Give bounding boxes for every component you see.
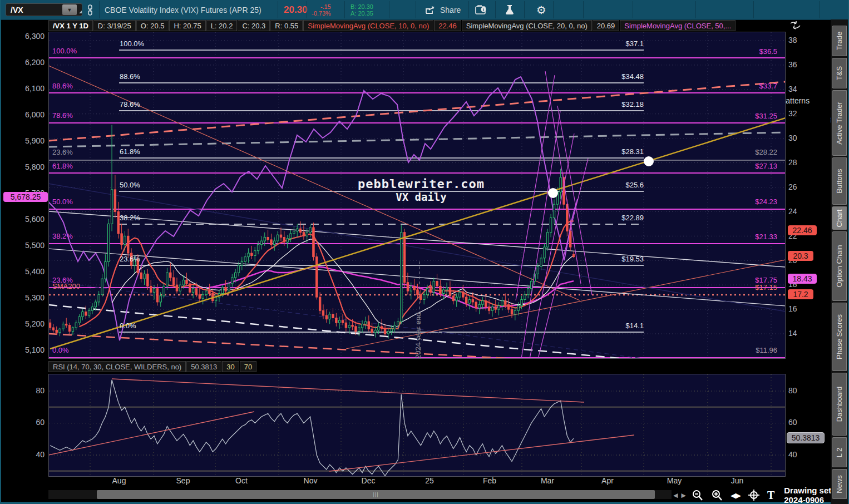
left-axis-label: 5,100 xyxy=(1,345,45,354)
reset-zoom-icon[interactable] xyxy=(789,21,802,33)
share-icon xyxy=(425,6,436,14)
right-axis-label: 24 xyxy=(788,207,797,216)
right-axis-label: 16 xyxy=(788,304,797,313)
sidebar-tab-active-trader[interactable]: Active Trader xyxy=(832,90,847,156)
sidebar-tab-phase-scores[interactable]: Phase Scores xyxy=(832,303,847,371)
watermark: pebblewriter.com VX daily xyxy=(313,177,530,203)
price-bubble: 22.46 xyxy=(788,225,817,235)
sidebar-tab-buttons[interactable]: Buttons xyxy=(832,157,847,205)
right-axis-label: 14 xyxy=(788,329,797,338)
left-axis-label: 5,800 xyxy=(1,162,45,171)
settings-gear-icon[interactable]: ⚙ xyxy=(536,0,546,19)
chart-symbol-timeframe: /VX 1 Y 1D xyxy=(48,20,93,31)
right-axis-label: 18 xyxy=(788,280,797,289)
symbol-dropdown[interactable]: /VX ▼ xyxy=(6,3,82,16)
top-toolbar: /VX ▼ CBOE Volatility Index (VIX) Future… xyxy=(1,0,848,20)
sidebar-tab-l-2[interactable]: L 2 xyxy=(832,437,847,467)
last-price: 20.30 xyxy=(284,0,308,19)
right-axis-label: 28 xyxy=(788,158,797,167)
watermark-chart-name: VX daily xyxy=(313,191,530,203)
right-axis-label: 26 xyxy=(788,182,797,191)
month-label: Feb xyxy=(473,476,506,485)
quote-info-icon[interactable]: i xyxy=(475,0,487,19)
sidebar-tab-trade[interactable]: Trade xyxy=(832,26,847,56)
month-label: Aug xyxy=(102,476,136,485)
month-label: Oct xyxy=(225,476,258,485)
price-bubble: 5,678.25 xyxy=(3,192,48,202)
ohlc-close: C: 20.3 xyxy=(238,20,270,31)
analyze-flask-icon[interactable] xyxy=(505,0,515,19)
left-axis-label: 5,200 xyxy=(1,319,45,328)
right-axis-label: 40 xyxy=(788,450,797,459)
price-bubble: 17.2 xyxy=(788,289,813,299)
left-axis-label: 5,300 xyxy=(1,293,45,302)
left-axis-label: 5,600 xyxy=(1,215,45,224)
rsi-label[interactable]: RSI (14, 70, 30, CLOSE, WILDERS, no) xyxy=(48,361,186,372)
month-label: Nov xyxy=(294,476,327,485)
price-bubble: 20.3 xyxy=(788,251,813,261)
watermark-site: pebblewriter.com xyxy=(313,177,530,191)
month-label: May xyxy=(658,476,691,485)
scroll-left-icon[interactable]: ◀ xyxy=(673,492,678,499)
left-axis-label: 5,400 xyxy=(1,267,45,276)
rsi-overbought-level: 70 xyxy=(240,361,256,372)
left-axis-label: 6,300 xyxy=(1,32,45,41)
month-label: Sep xyxy=(166,476,200,485)
left-axis-label: 6,200 xyxy=(1,58,45,67)
sma10-value: 22.46 xyxy=(434,20,461,31)
rsi-status-row: RSI (14, 70, 30, CLOSE, WILDERS, no) 50.… xyxy=(48,361,257,372)
left-axis-label: 80 xyxy=(1,386,45,395)
right-axis-label: 60 xyxy=(788,418,797,427)
sma50-label[interactable]: SimpleMovingAvg (CLOSE, 50,... xyxy=(620,20,736,31)
left-axis-label: 6,100 xyxy=(1,84,45,93)
month-label: 25 xyxy=(413,476,446,485)
month-label: Mar xyxy=(531,476,564,485)
right-gadget-sidebar: TradeT&SActive TraderButtonsChartOption … xyxy=(831,19,848,504)
sma20-value: 20.69 xyxy=(593,20,620,31)
window-edge xyxy=(1,502,848,504)
sma10-label[interactable]: SimpleMovingAvg (CLOSE, 10, 0, no) xyxy=(303,20,433,31)
price-bubble: 18.43 xyxy=(788,274,817,284)
right-axis-label: 22 xyxy=(788,231,797,240)
text-note-icon[interactable]: T xyxy=(767,489,774,502)
sma20-label[interactable]: SimpleMovingAvg (CLOSE, 20, 0, no) xyxy=(462,20,592,31)
left-axis-label: 5,900 xyxy=(1,136,45,145)
share-button[interactable]: Share xyxy=(425,0,461,19)
sidebar-tab-t-s[interactable]: T&S xyxy=(832,58,847,88)
right-axis-label: 80 xyxy=(788,386,797,395)
scrollbar-grip: ||| xyxy=(373,492,378,497)
bottom-toolbar: ◀ ▶ ◀▶ T Drawing set: 2024-0906 xyxy=(672,488,848,502)
instrument-title: CBOE Volatility Index (VIX) Futures (APR… xyxy=(105,0,261,19)
zoom-out-icon[interactable] xyxy=(692,490,703,501)
scroll-right-icon[interactable]: ▶ xyxy=(681,492,685,499)
ohlc-low: L: 20.2 xyxy=(206,20,238,31)
scrollbar-thumb[interactable]: ||| xyxy=(97,490,655,499)
left-axis-label: 5,500 xyxy=(1,241,45,250)
right-axis-label: 30 xyxy=(788,134,797,142)
ohlc-date: D: 3/19/25 xyxy=(93,20,136,31)
symbol-text: /VX xyxy=(11,6,23,14)
ohlc-open: O: 20.5 xyxy=(136,20,169,31)
price-bubble: 50.3813 xyxy=(787,432,825,443)
month-label: Dec xyxy=(352,476,385,485)
sidebar-tab-news[interactable]: News xyxy=(832,469,847,499)
svg-text:i: i xyxy=(483,7,484,12)
year-end-annotation: 2024 year end xyxy=(414,313,422,359)
chevron-down-icon[interactable]: ▼ xyxy=(62,4,77,15)
expand-bars-icon[interactable]: ◀▶ xyxy=(730,491,741,500)
rsi-study-panel[interactable] xyxy=(48,374,786,477)
left-axis-label: 60 xyxy=(1,418,45,427)
month-label: Jun xyxy=(720,476,754,485)
sidebar-tab-option-chain[interactable]: Option Chain xyxy=(832,231,847,301)
right-axis-label: 20 xyxy=(788,256,797,265)
crosshair-icon[interactable] xyxy=(748,490,759,501)
ohlc-high: H: 20.75 xyxy=(169,20,205,31)
sidebar-tab-dashboard[interactable]: Dashboard xyxy=(832,373,847,436)
month-label: Apr xyxy=(591,476,624,485)
zoom-in-icon[interactable] xyxy=(711,490,723,501)
symbol-link-icon[interactable] xyxy=(87,0,93,19)
sidebar-tab-chart[interactable]: Chart xyxy=(832,206,847,230)
chart-status-row: /VX 1 Y 1D D: 3/19/25 O: 20.5 H: 20.75 L… xyxy=(48,20,736,31)
left-axis-label: 5,700 xyxy=(1,189,45,197)
rsi-value: 50.3813 xyxy=(186,361,221,372)
